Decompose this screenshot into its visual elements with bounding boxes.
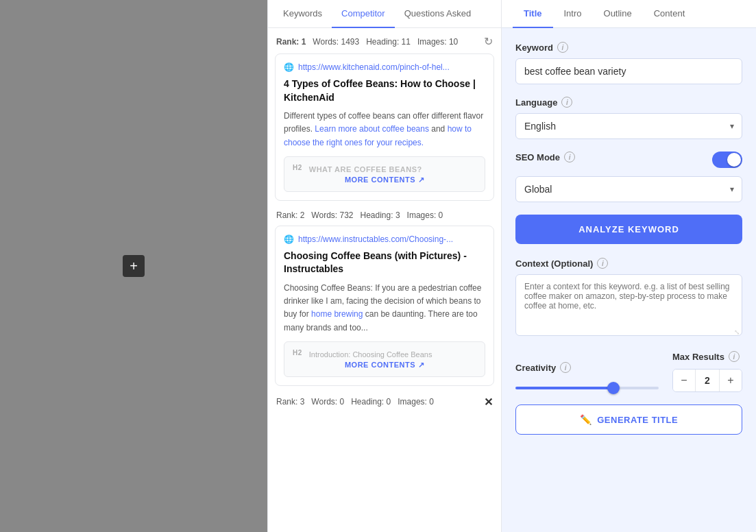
- global-select[interactable]: Global: [515, 176, 742, 202]
- right-content: Keyword i Language i English ▾ SEO Mode …: [502, 28, 756, 532]
- generate-title-label: GENERATE TITLE: [597, 415, 678, 425]
- max-results-label: Max Results i: [672, 351, 740, 362]
- tab-content[interactable]: Content: [643, 0, 696, 28]
- result-2-rank: Rank: 2: [276, 210, 304, 220]
- result-2-url[interactable]: 🌐 https://www.instructables.com/Choosing…: [284, 234, 485, 244]
- stepper-increase-button[interactable]: +: [720, 370, 742, 391]
- context-group: Context (Optional) i ⤡: [515, 258, 742, 339]
- result-2-headings: H2 Introduction: Choosing Coffee Beans M…: [284, 341, 485, 377]
- result-card-1: 🌐 https://www.kitchenaid.com/pinch-of-he…: [275, 53, 494, 201]
- creativity-group: Creativity i: [515, 362, 659, 392]
- result-2-title: Choosing Coffee Beans (with Pictures) - …: [284, 250, 485, 276]
- stepper-value: 2: [695, 370, 720, 391]
- result-2-heading: Heading: 3: [361, 210, 400, 220]
- result-1-headings: H2 WHAT ARE COFFEE BEANS? MORE CONTENTS …: [284, 156, 485, 192]
- wand-icon: ✏️: [580, 414, 592, 425]
- result-2-more-contents[interactable]: MORE CONTENTS ↗: [293, 361, 476, 370]
- keyword-label: Keyword i: [515, 42, 742, 53]
- max-results-group: Max Results i − 2 +: [672, 351, 742, 392]
- result-2-h2-text: Introduction: Choosing Coffee Beans: [309, 350, 432, 359]
- language-info-icon[interactable]: i: [561, 97, 572, 108]
- result-2-link-1[interactable]: home brewing: [311, 309, 363, 319]
- context-info-icon[interactable]: i: [597, 258, 608, 269]
- result-1-meta: Rank: 1 Words: 1493 Heading: 11 Images: …: [275, 35, 494, 48]
- language-group: Language i English ▾: [515, 97, 742, 139]
- generate-title-button[interactable]: ✏️ GENERATE TITLE: [515, 404, 742, 435]
- middle-tabs: Keywords Competitor Questions Asked: [268, 0, 501, 28]
- analyze-keyword-button[interactable]: ANALYZE KEYWORD: [515, 215, 742, 244]
- tab-competitor[interactable]: Competitor: [332, 0, 395, 28]
- result-1-heading: Heading: 11: [366, 37, 411, 47]
- result-2-meta: Rank: 2 Words: 732 Heading: 3 Images: 0: [275, 210, 494, 220]
- middle-content: Rank: 1 Words: 1493 Heading: 11 Images: …: [268, 28, 501, 532]
- creativity-info-icon[interactable]: i: [560, 362, 571, 373]
- middle-panel: Keywords Competitor Questions Asked Rank…: [267, 0, 502, 532]
- result-1-rank: Rank: 1: [276, 37, 306, 47]
- keyword-input[interactable]: [515, 58, 742, 84]
- result-1-more-contents[interactable]: MORE CONTENTS ↗: [293, 176, 476, 184]
- close-result-button[interactable]: ✕: [484, 396, 493, 409]
- result-3-images: Images: 0: [398, 397, 434, 407]
- tab-questions[interactable]: Questions Asked: [395, 0, 481, 28]
- tab-intro[interactable]: Intro: [553, 0, 593, 28]
- result-2-images: Images: 0: [407, 210, 443, 220]
- result-2-words: Words: 732: [311, 210, 353, 220]
- keyword-info-icon[interactable]: i: [557, 42, 568, 53]
- add-button[interactable]: +: [123, 255, 145, 277]
- toggle-knob: [727, 153, 741, 167]
- sliders-row: Creativity i Max Results i − 2 +: [515, 351, 742, 392]
- resize-icon: ⤡: [734, 328, 740, 336]
- result-1-images: Images: 10: [417, 37, 458, 47]
- left-panel: +: [0, 0, 267, 532]
- seo-mode-row: SEO Mode i: [515, 152, 742, 168]
- max-results-info-icon[interactable]: i: [729, 351, 740, 362]
- context-textarea-wrapper: ⤡: [515, 274, 742, 339]
- result-3-heading: Heading: 0: [351, 397, 391, 407]
- language-label: Language i: [515, 97, 742, 108]
- result-card-2: 🌐 https://www.instructables.com/Choosing…: [275, 226, 494, 386]
- max-results-stepper: − 2 +: [672, 369, 742, 392]
- keyword-group: Keyword i: [515, 42, 742, 84]
- result-1-link-1[interactable]: Learn more about coffee beans: [315, 124, 429, 134]
- result-1-snippet: Different types of coffee beans can offe…: [284, 110, 485, 149]
- result-3-meta: Rank: 3 Words: 0 Heading: 0 Images: 0 ✕: [275, 396, 494, 409]
- creativity-label: Creativity i: [515, 362, 659, 373]
- result-3-words: Words: 0: [311, 397, 344, 407]
- seo-mode-label: SEO Mode i: [515, 152, 575, 162]
- globe-icon-2: 🌐: [284, 234, 294, 244]
- language-select[interactable]: English: [515, 113, 742, 139]
- tab-keywords[interactable]: Keywords: [273, 0, 332, 28]
- result-1-url-text: https://www.kitchenaid.com/pinch-of-hel.…: [298, 62, 450, 72]
- creativity-slider[interactable]: [515, 387, 659, 389]
- result-1-words: Words: 1493: [313, 37, 359, 47]
- result-1-title: 4 Types of Coffee Beans: How to Choose |…: [284, 77, 485, 104]
- tab-title[interactable]: Title: [513, 0, 553, 28]
- refresh-button[interactable]: ↻: [484, 35, 493, 48]
- seo-mode-info-icon[interactable]: i: [564, 152, 575, 162]
- result-2-snippet: Choosing Coffee Beans: If you are a pede…: [284, 282, 485, 335]
- tab-outline[interactable]: Outline: [593, 0, 643, 28]
- seo-mode-toggle[interactable]: [712, 152, 742, 168]
- context-textarea[interactable]: [515, 274, 742, 336]
- result-2-url-text: https://www.instructables.com/Choosing-.…: [298, 234, 453, 244]
- result-1-h2-text: WHAT ARE COFFEE BEANS?: [309, 165, 422, 173]
- result-2-h2-label: H2: [293, 349, 302, 356]
- globe-icon: 🌐: [284, 62, 294, 72]
- context-label: Context (Optional) i: [515, 258, 742, 269]
- right-tabs: Title Intro Outline Content: [502, 0, 756, 28]
- global-group: Global ▾: [515, 176, 742, 202]
- right-panel: Title Intro Outline Content Keyword i La…: [502, 0, 756, 532]
- stepper-decrease-button[interactable]: −: [673, 370, 695, 391]
- global-select-wrapper: Global ▾: [515, 176, 742, 202]
- result-1-h2-label: H2: [293, 164, 302, 171]
- language-select-wrapper: English ▾: [515, 113, 742, 139]
- result-1-url[interactable]: 🌐 https://www.kitchenaid.com/pinch-of-he…: [284, 62, 485, 72]
- result-3-rank: Rank: 3: [276, 397, 304, 407]
